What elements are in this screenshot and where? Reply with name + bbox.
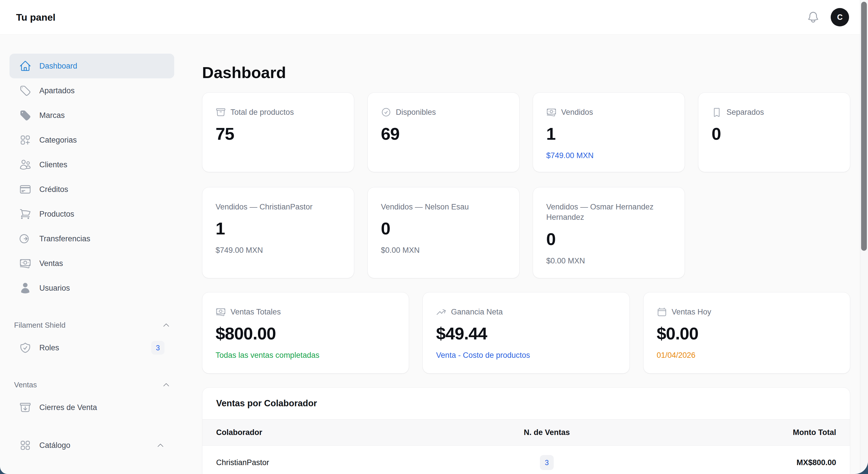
- sidebar-item-label: Transferencias: [39, 234, 90, 243]
- sidebar-item-label: Categorias: [39, 136, 77, 145]
- banknotes-icon: [216, 307, 226, 317]
- group-items: Roles 3: [9, 336, 174, 360]
- stats-row-3: Ventas Totales $800.00 Todas las ventas …: [202, 292, 850, 374]
- squares-plus-icon: [19, 134, 31, 146]
- stat-card: Ventas Hoy $0.00 01/04/2026: [643, 292, 850, 374]
- stat-label: Ganancia Neta: [451, 308, 503, 316]
- sidebar-item[interactable]: Créditos: [9, 177, 174, 202]
- stat-description: $0.00 MXN: [546, 256, 671, 265]
- sidebar-item-label: Ventas: [39, 259, 63, 268]
- cell-monto-total: MX$800.00: [650, 458, 836, 467]
- chevron-up-icon: [156, 441, 164, 449]
- sidebar-item[interactable]: Productos: [9, 202, 174, 226]
- sidebar-item[interactable]: Usuarios: [9, 276, 174, 301]
- stat-description: $749.00 MXN: [546, 151, 671, 160]
- scrollbar-track: [860, 0, 868, 474]
- sidebar-item-label: Productos: [39, 210, 74, 219]
- archive-box-icon: [216, 107, 226, 117]
- table-header-row: Colaborador N. de Ventas Monto Total: [203, 419, 850, 446]
- bookmark-icon: [712, 107, 722, 117]
- stat-value: $0.00: [657, 325, 837, 342]
- sidebar-item[interactable]: Dashboard: [9, 54, 174, 78]
- sidebar-item-label: Marcas: [39, 111, 65, 120]
- stat-card: Vendidos — ChristianPastor 1 $749.00 MXN: [202, 187, 354, 278]
- sidebar-item[interactable]: Ventas: [9, 251, 174, 276]
- column-header-colaborador: Colaborador: [216, 428, 443, 437]
- sidebar-item-label: Dashboard: [39, 62, 77, 71]
- sales-by-collaborator-widget: Ventas por Colaborador Colaborador N. de…: [202, 387, 850, 474]
- stat-label: Disponibles: [396, 108, 436, 117]
- stat-card: Ventas Totales $800.00 Todas las ventas …: [202, 292, 409, 374]
- group-label: Catálogo: [39, 441, 70, 450]
- user-avatar[interactable]: C: [831, 8, 849, 26]
- stat-value: 1: [216, 220, 341, 237]
- bell-icon[interactable]: [807, 11, 820, 24]
- stat-card: Ganancia Neta $49.44 Venta - Costo de pr…: [423, 292, 629, 374]
- sidebar-item-label: Clientes: [39, 160, 67, 169]
- trending-up-icon: [436, 307, 446, 317]
- sidebar-group-ventas[interactable]: Ventas: [9, 374, 174, 395]
- stats-row-1: Total de productos 75 Disponibles 69 Ven…: [202, 92, 850, 172]
- sidebar-item-label: Créditos: [39, 185, 68, 194]
- banknotes-icon: [546, 107, 557, 117]
- stat-label: Ventas Hoy: [672, 308, 711, 316]
- squares-2x2-icon: [19, 439, 31, 451]
- stat-card: Vendidos — Osmar Hernandez Hernandez 0 $…: [533, 187, 685, 278]
- stat-card: Vendidos 1 $749.00 MXN: [533, 92, 685, 172]
- stat-card: Total de productos 75: [202, 92, 354, 172]
- sidebar-item[interactable]: Categorias: [9, 128, 174, 152]
- sidebar-nav-list: Dashboard Apartados Marcas Ca: [9, 54, 174, 301]
- stat-description: Venta - Costo de productos: [436, 351, 616, 360]
- chevron-up-icon: [162, 381, 170, 389]
- tag-icon: [19, 85, 31, 97]
- user-filled-icon: [19, 282, 31, 294]
- archive-arrow-down-icon: [19, 402, 31, 413]
- stat-value: $49.44: [436, 325, 616, 342]
- sidebar-item[interactable]: Cierres de Venta: [9, 395, 174, 420]
- stat-label: Total de productos: [230, 108, 294, 117]
- group-label: Ventas: [14, 380, 37, 389]
- stat-card: Disponibles 69: [367, 92, 520, 172]
- chevron-up-icon: [162, 321, 170, 329]
- arrow-right-circle-icon: [19, 233, 31, 245]
- sidebar-item[interactable]: Transferencias: [9, 226, 174, 251]
- sidebar-item-label: Usuarios: [39, 284, 70, 293]
- group-items: Cierres de Venta: [9, 395, 174, 420]
- sidebar-item[interactable]: Apartados: [9, 78, 174, 103]
- stat-label: Vendidos — Osmar Hernandez Hernandez: [546, 202, 671, 223]
- stat-value: $800.00: [216, 325, 396, 342]
- sidebar-item-label: Roles: [39, 343, 59, 352]
- credit-card-icon: [19, 183, 31, 195]
- table-title: Ventas por Colaborador: [203, 388, 850, 419]
- topbar-actions: C: [807, 8, 849, 26]
- stat-description: Todas las ventas completadas: [216, 351, 396, 360]
- shopping-cart-icon: [19, 208, 31, 220]
- group-label: Filament Shield: [14, 321, 65, 330]
- sidebar: Dashboard Apartados Marcas Ca: [0, 35, 180, 474]
- table-row: ChristianPastor 3 MX$800.00: [203, 446, 850, 474]
- stats-row-2: Vendidos — ChristianPastor 1 $749.00 MXN…: [202, 187, 850, 278]
- home-icon: [19, 60, 31, 72]
- sidebar-item-label: Apartados: [39, 86, 74, 95]
- sidebar-item-badge: 3: [151, 341, 164, 355]
- stat-label: Vendidos — ChristianPastor: [216, 202, 341, 212]
- stat-value: 75: [216, 125, 341, 143]
- users-icon: [19, 159, 31, 171]
- stat-card: Vendidos — Nelson Esau 0 $0.00 MXN: [367, 187, 520, 278]
- stat-value: 1: [546, 125, 671, 143]
- stat-description: 01/04/2026: [657, 351, 837, 360]
- sidebar-item[interactable]: Roles 3: [9, 336, 174, 360]
- stat-value: 69: [381, 125, 506, 143]
- stat-description: $749.00 MXN: [216, 246, 341, 255]
- scrollbar-thumb[interactable]: [861, 2, 867, 251]
- stat-card: Separados 0: [698, 92, 850, 172]
- sidebar-item[interactable]: Marcas: [9, 103, 174, 128]
- app-window: Tu panel C Dashboard Apartados: [0, 0, 868, 474]
- sidebar-group-filament-shield[interactable]: Filament Shield: [9, 315, 174, 336]
- stat-label: Vendidos — Nelson Esau: [381, 202, 506, 212]
- banknotes-icon: [19, 257, 31, 270]
- column-header-monto-total: Monto Total: [650, 428, 836, 437]
- stat-value: 0: [712, 125, 837, 143]
- sidebar-group-catalogo[interactable]: Catálogo: [9, 433, 174, 457]
- sidebar-item[interactable]: Clientes: [9, 152, 174, 177]
